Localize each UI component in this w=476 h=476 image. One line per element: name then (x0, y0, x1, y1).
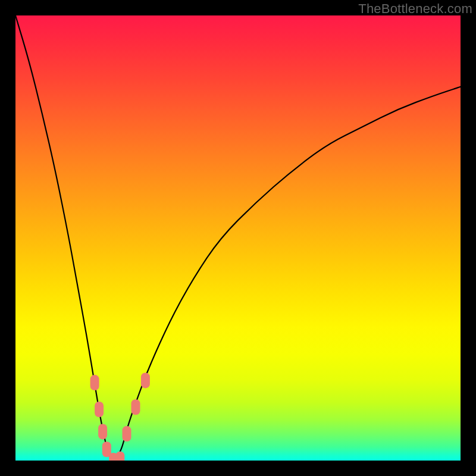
highlight-dot (102, 441, 111, 457)
highlight-dot (90, 375, 99, 390)
chart-stage: TheBottleneck.com (0, 0, 476, 476)
highlight-dot (131, 399, 140, 415)
highlight-dot (141, 372, 150, 388)
highlight-dot (115, 452, 124, 461)
highlight-dot (109, 453, 118, 461)
bottleneck-curve (15, 15, 461, 459)
watermark-text: TheBottleneck.com (358, 1, 472, 17)
curve-svg (15, 15, 461, 461)
highlight-dot (123, 426, 131, 441)
highlight-dot (98, 424, 107, 439)
plot-area (15, 15, 461, 461)
highlight-dots (90, 372, 150, 461)
highlight-dot (95, 402, 104, 417)
